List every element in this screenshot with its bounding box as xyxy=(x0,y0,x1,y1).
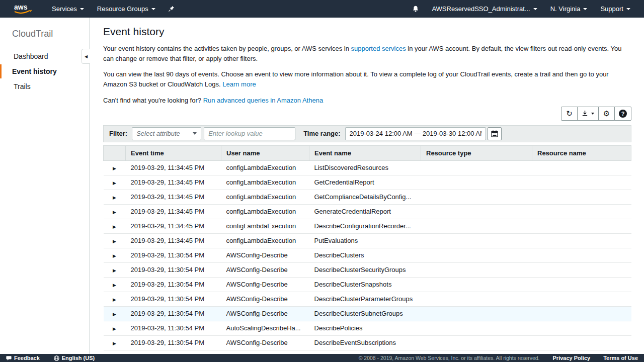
nav-services-menu[interactable]: Services xyxy=(45,0,91,18)
column-header-user-name[interactable]: User name xyxy=(221,145,309,160)
expand-row-icon: ▶ xyxy=(113,326,116,331)
cell-event-name: DescribeClusterSubnetGroups xyxy=(309,306,421,321)
aws-logo-icon: aws xyxy=(12,3,34,16)
download-button[interactable] xyxy=(577,107,599,121)
expand-row-icon: ▶ xyxy=(113,180,116,186)
cell-event-time: 2019-03-29, 11:30:54 PM xyxy=(126,277,221,292)
expand-row-button[interactable]: ▶ xyxy=(104,292,126,306)
cell-resource-type xyxy=(421,262,532,277)
column-header-event-name[interactable]: Event name xyxy=(309,145,421,160)
cell-user-name: AWSConfig-Describe xyxy=(221,335,309,350)
cell-user-name: AutoScalingDescribeHa... xyxy=(221,321,309,335)
expand-row-button[interactable]: ▶ xyxy=(104,321,126,335)
feedback-button[interactable]: Feedback xyxy=(6,355,40,361)
cell-user-name: AWSConfig-Describe xyxy=(221,262,309,277)
expand-row-button[interactable]: ▶ xyxy=(104,233,126,248)
cell-resource-name xyxy=(532,262,631,277)
cell-event-time: 2019-03-29, 11:30:54 PM xyxy=(126,292,221,306)
cell-user-name: configLambdaExecution xyxy=(221,233,309,248)
expand-row-button[interactable]: ▶ xyxy=(104,306,126,321)
athena-text: Can't find what you're looking for? xyxy=(103,97,203,104)
table-row[interactable]: ▶2019-03-29, 11:30:54 PMAWSConfig-Descri… xyxy=(104,262,631,277)
refresh-button[interactable]: ↻ xyxy=(561,107,578,121)
expand-row-button[interactable]: ▶ xyxy=(104,175,126,190)
learn-more-link[interactable]: Learn more xyxy=(222,80,256,88)
sidebar-item-event-history[interactable]: Event history xyxy=(0,64,89,78)
refresh-icon: ↻ xyxy=(566,109,573,118)
globe-icon xyxy=(54,355,59,361)
table-row[interactable]: ▶2019-03-29, 11:34:45 PMconfigLambdaExec… xyxy=(104,160,631,175)
pin-shortcut-button[interactable] xyxy=(162,0,181,18)
expand-row-button[interactable]: ▶ xyxy=(104,160,126,175)
table-row[interactable]: ▶2019-03-29, 11:34:45 PMconfigLambdaExec… xyxy=(104,175,631,190)
table-row[interactable]: ▶2019-03-29, 11:30:54 PMAWSConfig-Descri… xyxy=(104,306,631,321)
cell-resource-name xyxy=(532,248,631,262)
cell-user-name: AWSConfig-Describe xyxy=(221,248,309,262)
settings-button[interactable]: ⚙ xyxy=(598,107,615,121)
cell-resource-type xyxy=(421,292,532,306)
table-row[interactable]: ▶2019-03-29, 11:34:45 PMconfigLambdaExec… xyxy=(104,219,631,233)
nav-region-menu[interactable]: N. Virginia xyxy=(544,0,594,18)
athena-queries-link[interactable]: Run advanced queries in Amazon Athena xyxy=(203,97,324,104)
cell-resource-type xyxy=(421,190,532,204)
table-body: ▶2019-03-29, 11:34:45 PMconfigLambdaExec… xyxy=(104,160,631,350)
help-button[interactable]: ? xyxy=(614,107,631,121)
time-range-input[interactable] xyxy=(345,127,486,140)
cell-event-time: 2019-03-29, 11:34:45 PM xyxy=(126,233,221,248)
table-row[interactable]: ▶2019-03-29, 11:30:54 PMAWSConfig-Descri… xyxy=(104,335,631,350)
column-header-resource-type[interactable]: Resource type xyxy=(421,145,532,160)
table-row[interactable]: ▶2019-03-29, 11:30:54 PMAWSConfig-Descri… xyxy=(104,248,631,262)
cell-resource-name xyxy=(532,233,631,248)
time-range-label: Time range: xyxy=(303,130,340,137)
table-row[interactable]: ▶2019-03-29, 11:30:54 PMAutoScalingDescr… xyxy=(104,321,631,335)
chevron-down-icon xyxy=(80,8,84,10)
cell-resource-type xyxy=(421,160,532,175)
lookup-value-input[interactable] xyxy=(204,127,295,140)
expand-row-button[interactable]: ▶ xyxy=(104,335,126,350)
cell-event-name: DescribeClusterSecurityGroups xyxy=(309,262,421,277)
cell-event-time: 2019-03-29, 11:34:45 PM xyxy=(126,175,221,190)
aws-logo[interactable]: aws xyxy=(0,0,45,18)
nav-account-menu[interactable]: AWSReservedSSO_Administrat... xyxy=(425,0,543,18)
expand-row-button[interactable]: ▶ xyxy=(104,190,126,204)
expand-row-button[interactable]: ▶ xyxy=(104,262,126,277)
supported-services-link[interactable]: supported services xyxy=(351,45,406,52)
cell-event-name: ListDiscoveredResources xyxy=(309,160,421,175)
attribute-select[interactable]: Select attribute xyxy=(132,127,201,140)
cell-event-name: DescribePolicies xyxy=(309,321,421,335)
privacy-policy-link[interactable]: Privacy Policy xyxy=(553,355,591,361)
table-row[interactable]: ▶2019-03-29, 11:30:54 PMAWSConfig-Descri… xyxy=(104,277,631,292)
cell-user-name: configLambdaExecution xyxy=(221,190,309,204)
expand-row-button[interactable]: ▶ xyxy=(104,248,126,262)
expand-row-button[interactable]: ▶ xyxy=(104,277,126,292)
table-row[interactable]: ▶2019-03-29, 11:34:45 PMconfigLambdaExec… xyxy=(104,190,631,204)
collapse-left-icon: ◀ xyxy=(85,54,88,59)
cell-resource-type xyxy=(421,277,532,292)
sidebar-item-trails[interactable]: Trails xyxy=(0,79,89,94)
table-row[interactable]: ▶2019-03-29, 11:30:54 PMAWSConfig-Descri… xyxy=(104,292,631,306)
notifications-button[interactable] xyxy=(406,0,425,18)
cell-event-time: 2019-03-29, 11:34:45 PM xyxy=(126,204,221,219)
table-row[interactable]: ▶2019-03-29, 11:34:45 PMconfigLambdaExec… xyxy=(104,233,631,248)
calendar-button[interactable] xyxy=(488,127,502,140)
language-selector[interactable]: English (US) xyxy=(54,355,95,361)
pin-icon xyxy=(168,6,175,12)
nav-resource-groups-menu[interactable]: Resource Groups xyxy=(91,0,162,18)
athena-paragraph: Can't find what you're looking for? Run … xyxy=(103,96,631,106)
cell-resource-type xyxy=(421,219,532,233)
cell-event-name: DescribeConfigurationRecorder... xyxy=(309,219,421,233)
expand-row-button[interactable]: ▶ xyxy=(104,219,126,233)
column-header-event-time[interactable]: Event time xyxy=(126,145,221,160)
expand-row-button[interactable]: ▶ xyxy=(104,204,126,219)
sidebar-item-dashboard[interactable]: Dashboard xyxy=(0,49,89,63)
cell-resource-name xyxy=(532,160,631,175)
cell-event-time: 2019-03-29, 11:34:45 PM xyxy=(126,190,221,204)
cell-event-name: GetCredentialReport xyxy=(309,175,421,190)
column-header-resource-name[interactable]: Resource name xyxy=(532,145,631,160)
feedback-label: Feedback xyxy=(14,355,40,361)
terms-of-use-link[interactable]: Terms of Use xyxy=(603,355,638,361)
expand-row-icon: ▶ xyxy=(113,253,116,258)
table-row[interactable]: ▶2019-03-29, 11:34:45 PMconfigLambdaExec… xyxy=(104,204,631,219)
sidebar-collapse-button[interactable]: ◀ xyxy=(82,49,90,64)
nav-support-menu[interactable]: Support xyxy=(594,0,637,18)
